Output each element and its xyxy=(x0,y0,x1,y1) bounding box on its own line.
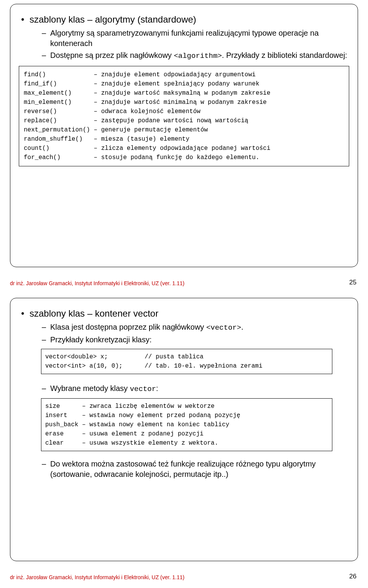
sub-item-2: Dostępne są przez plik nagłówkowy <algor… xyxy=(42,50,349,61)
sub1a: Klasa jest dostępna poprzez plik nagłówk… xyxy=(50,323,206,331)
sub-item-1: Algorytmy są sparametryzowanymi funkcjam… xyxy=(42,28,349,49)
sub-list-3: Do wektora można zastosować też funkcje … xyxy=(42,459,349,480)
page-number: 26 xyxy=(349,573,356,580)
slide-25: szablony klas – algorytmy (standardowe) … xyxy=(0,0,368,294)
code-inline-algorithm: <algorithm> xyxy=(174,52,222,60)
heading: szablony klas – algorytmy (standardowe) xyxy=(19,13,349,26)
sub-item-3: Wybrane metody klasy vector: xyxy=(42,383,349,394)
code-block-1: vector<double> x; // pusta tablica vecto… xyxy=(41,349,332,374)
sub3a: Wybrane metody klasy xyxy=(50,384,130,393)
slide-26: szablony klas – kontener vector Klasa je… xyxy=(0,294,368,588)
footer-text: dr inż. Jarosław Gramacki, Instytut Info… xyxy=(10,574,184,580)
sub1b: . xyxy=(241,323,243,331)
sub3b: : xyxy=(156,384,158,393)
content-frame: szablony klas – algorytmy (standardowe) … xyxy=(10,4,358,267)
content-frame: szablony klas – kontener vector Klasa je… xyxy=(10,298,358,561)
page-number: 25 xyxy=(349,279,356,286)
code-block: find() – znajduje element odpowiadający … xyxy=(19,66,349,166)
sub-list: Algorytmy są sparametryzowanymi funkcjam… xyxy=(42,28,349,61)
sub-item-4: Do wektora można zastosować też funkcje … xyxy=(42,459,349,480)
sub-item-2: Przykłady konkretyzacji klasy: xyxy=(42,335,349,345)
code-inline-vector: <vector> xyxy=(206,324,241,332)
sub-item-2a: Dostępne są przez plik nagłówkowy xyxy=(50,51,174,59)
heading: szablony klas – kontener vector xyxy=(19,307,349,320)
code-inline-vector-2: vector xyxy=(130,385,156,393)
code-block-2: size – zwraca liczbę elementów w wektorz… xyxy=(41,398,332,451)
sub-list-1: Klasa jest dostępna poprzez plik nagłówk… xyxy=(42,322,349,345)
footer-text: dr inż. Jarosław Gramacki, Instytut Info… xyxy=(10,280,184,286)
sub-item-2b: . Przykłady z biblioteki standardowej: xyxy=(222,51,347,59)
sub-list-2: Wybrane metody klasy vector: xyxy=(42,383,349,394)
sub-item-1: Klasa jest dostępna poprzez plik nagłówk… xyxy=(42,322,349,333)
